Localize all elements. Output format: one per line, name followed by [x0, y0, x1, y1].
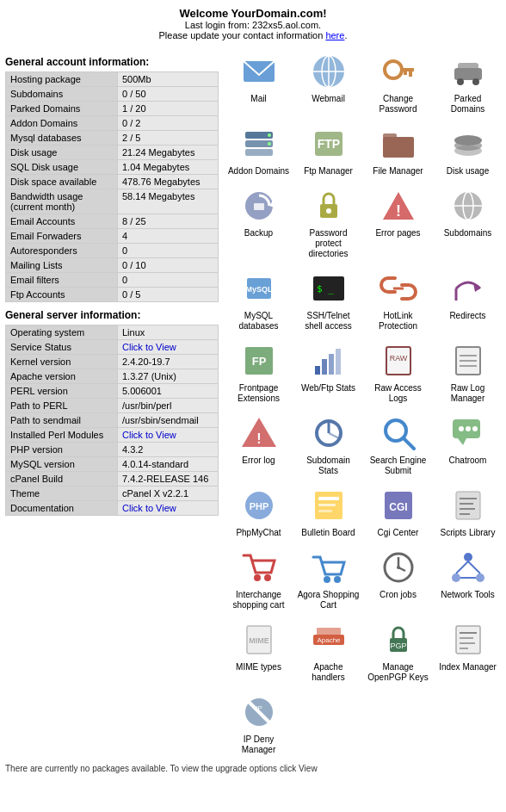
icon-label-mysql-db: MySQL databases [228, 311, 290, 332]
icon-box-cgi-center: CGI [378, 485, 419, 526]
icon-backup[interactable]: Backup [225, 183, 292, 261]
row-label: PERL version [6, 384, 118, 399]
row-label: Email Accounts [6, 214, 118, 229]
table-row: Autoresponders0 [6, 244, 219, 258]
svg-rect-69 [318, 510, 332, 512]
general-account-table: Hosting package500MbSubdomains0 / 50Park… [5, 71, 219, 302]
icon-mime-types[interactable]: MIMEMIME types [225, 617, 292, 685]
icon-error-log[interactable]: !Error log [225, 411, 292, 478]
icon-interchange[interactable]: Interchange shopping cart [225, 545, 292, 612]
row-value[interactable]: Click to View [118, 428, 219, 443]
icon-redirects[interactable]: Redirects [435, 266, 501, 333]
main-layout: General account information: Hosting pac… [0, 46, 506, 760]
icon-box-webmail [308, 51, 349, 92]
icon-webmail[interactable]: Webmail [295, 49, 361, 116]
table-row: Operating systemLinux [6, 325, 219, 340]
icon-ftp-manager[interactable]: FTPFtp Manager [295, 121, 361, 178]
icon-scripts-library[interactable]: Scripts Library [435, 483, 501, 540]
icon-network-tools[interactable]: Network Tools [435, 545, 501, 612]
icon-label-phpmychat: PhpMyChat [236, 528, 281, 538]
icon-password-protect[interactable]: Password protect directories [295, 183, 361, 261]
icon-label-apache-handlers: Apache handlers [298, 662, 360, 683]
svg-text:PGP: PGP [390, 642, 406, 650]
table-row: Installed Perl ModulesClick to View [6, 428, 219, 443]
icon-label-mime-types: MIME types [236, 662, 281, 673]
row-value: 5.006001 [118, 384, 219, 399]
row-value: 2.4.20-19.7 [118, 355, 219, 369]
icon-box-backup [238, 185, 280, 226]
icon-label-ftp-manager: Ftp Manager [304, 166, 353, 177]
row-label: Disk space available [6, 175, 118, 189]
icon-hotlink[interactable]: HotLink Protection [365, 266, 431, 333]
icon-mail[interactable]: Mail [225, 49, 292, 116]
row-label: Kernel version [6, 355, 118, 369]
general-server-table: Operating systemLinuxService StatusClick… [5, 325, 219, 516]
svg-marker-60 [458, 438, 466, 445]
icon-ip-deny[interactable]: IPIP Deny Manager [225, 690, 292, 757]
icon-ssh-telnet[interactable]: $ _SSH/Telnet shell access [295, 266, 361, 333]
row-label: Bandwidth usage (current month) [6, 189, 118, 214]
svg-text:Apache: Apache [317, 636, 341, 644]
icon-label-cron-jobs: Cron jobs [380, 590, 417, 600]
svg-rect-47 [336, 349, 341, 375]
icon-error-pages[interactable]: !Error pages [365, 183, 431, 261]
table-row: Email filters0 [6, 273, 219, 288]
icon-label-parked-domains: Parked Domains [437, 94, 499, 115]
icon-agora[interactable]: Agora Shopping Cart [295, 545, 361, 612]
icon-search-engine[interactable]: Search Engine Submit [365, 411, 431, 478]
icon-file-manager[interactable]: File Manager [365, 121, 431, 178]
icon-change-password[interactable]: Change Password [365, 49, 431, 116]
icon-label-chatroom: Chatroom [449, 456, 487, 466]
row-value[interactable]: Click to View [118, 340, 219, 355]
row-label: Hosting package [6, 72, 118, 87]
icon-cron-jobs[interactable]: Cron jobs [365, 545, 431, 612]
icon-disk-usage[interactable]: Disk usage [435, 121, 501, 178]
icon-bulletin-board[interactable]: Bulletin Board [295, 483, 361, 540]
icon-raw-access-logs[interactable]: RAWRaw Access Logs [365, 338, 431, 406]
icon-chatroom[interactable]: Chatroom [435, 411, 501, 478]
row-label: SQL Disk usage [6, 160, 118, 175]
icon-box-error-log: ! [238, 412, 280, 454]
table-row: Email Accounts8 / 25 [6, 214, 219, 229]
icon-box-raw-log-manager [447, 340, 489, 381]
icon-box-agora [308, 547, 349, 588]
icon-web-ftp-stats[interactable]: Web/Ftp Stats [295, 338, 361, 406]
row-value: 1.04 Megabytes [118, 160, 219, 175]
row-value: 2 / 5 [118, 131, 219, 146]
row-label: cPanel Build [6, 472, 118, 487]
table-row: ThemecPanel X v2.2.1 [6, 487, 219, 501]
icon-label-subdomain-stats: Subdomain Stats [298, 456, 360, 476]
icon-addon-domains[interactable]: Addon Domains [225, 121, 292, 178]
icon-mysql-db[interactable]: MySQLMySQL databases [225, 266, 292, 333]
icon-index-manager[interactable]: Index Manager [435, 617, 501, 685]
right-panel: MailWebmailChange PasswordParked Domains… [225, 49, 501, 757]
svg-point-62 [466, 426, 471, 431]
icon-label-manage-openpgp: Manage OpenPGP Keys [367, 662, 429, 683]
icon-box-scripts-library [447, 485, 489, 526]
icon-label-ssh-telnet: SSH/Telnet shell access [298, 311, 360, 332]
icon-parked-domains[interactable]: Parked Domains [435, 49, 501, 116]
icon-label-scripts-library: Scripts Library [441, 528, 496, 538]
icon-label-mail: Mail [250, 94, 266, 104]
row-value[interactable]: Click to View [118, 501, 219, 516]
icon-manage-openpgp[interactable]: PGPManage OpenPGP Keys [365, 617, 431, 685]
icon-raw-log-manager[interactable]: Raw Log Manager [435, 338, 501, 406]
icon-label-index-manager: Index Manager [439, 662, 497, 673]
svg-rect-46 [329, 354, 334, 375]
row-label: Addon Domains [6, 116, 118, 131]
icon-phpmychat[interactable]: PHPPhpMyChat [225, 483, 292, 540]
row-value: 21.24 Megabytes [118, 146, 219, 160]
icon-frontpage[interactable]: FPFrontpage Extensions [225, 338, 292, 406]
icon-cgi-center[interactable]: CGICgi Center [365, 483, 431, 540]
update-link[interactable]: here [325, 30, 344, 40]
icon-box-change-password [378, 51, 419, 92]
icon-subdomain-stats[interactable]: Subdomain Stats [295, 411, 361, 478]
icon-apache-handlers[interactable]: ApacheApache handlers [295, 617, 361, 685]
row-label: Email filters [6, 273, 118, 288]
svg-point-16 [268, 133, 271, 137]
row-value: 0 / 5 [118, 288, 219, 302]
table-row: Kernel version2.4.20-19.7 [6, 355, 219, 369]
svg-text:RAW: RAW [389, 354, 407, 363]
icon-subdomains[interactable]: Subdomains [435, 183, 501, 261]
icon-box-disk-usage [447, 123, 489, 164]
